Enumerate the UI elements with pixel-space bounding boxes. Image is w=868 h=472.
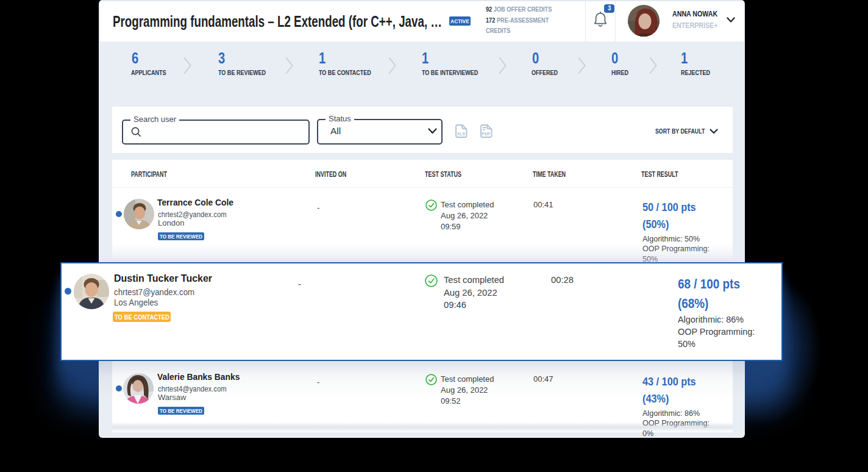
svg-text:PDF: PDF [482,131,491,137]
svg-text:XLS: XLS [457,131,466,137]
